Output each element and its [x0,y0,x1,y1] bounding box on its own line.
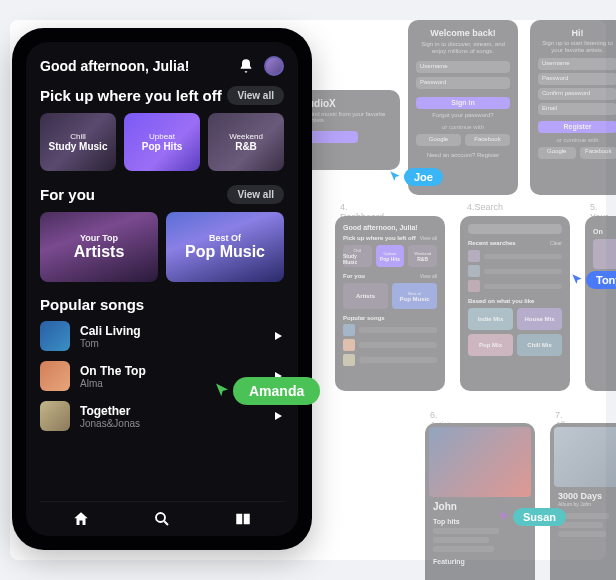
play-icon[interactable] [272,330,284,342]
library-icon[interactable] [234,510,252,528]
bg-app-name: udioX [308,98,392,109]
song-row[interactable]: Cali LivingTom [40,321,284,351]
song-row[interactable]: TogetherJonas&Jonas [40,401,284,431]
card-best-pop[interactable]: Best OfPop Music [166,212,284,282]
phone-mockup: Good afternoon, Julia! Pick up where you… [12,28,312,550]
avatar[interactable] [264,56,284,76]
foryou-title: For you [40,186,95,203]
cursor-susan: Susan [497,508,566,526]
popular-title: Popular songs [40,296,284,313]
card-weekend-rb[interactable]: WeekendR&B [208,113,284,171]
resume-title: Pick up where you left off [40,87,222,104]
svg-point-2 [156,513,165,522]
bell-icon[interactable] [238,58,254,74]
search-icon[interactable] [153,510,171,528]
play-icon[interactable] [272,410,284,422]
foryou-viewall[interactable]: View all [227,185,284,204]
app-screen: Good afternoon, Julia! Pick up where you… [26,42,298,536]
song-artwork [40,321,70,351]
song-artwork [40,361,70,391]
card-upbeat-pop[interactable]: UpbeatPop Hits [124,113,200,171]
bg-welcome-title: Welcome back! [416,28,510,38]
card-top-artists[interactable]: Your TopArtists [40,212,158,282]
card-chill-study[interactable]: ChillStudy Music [40,113,116,171]
bg-get-started [308,131,358,143]
resume-viewall[interactable]: View all [227,86,284,105]
cursor-amanda: Amanda [213,377,320,405]
home-icon[interactable] [72,510,90,528]
song-artwork [40,401,70,431]
greeting: Good afternoon, Julia! [40,58,189,74]
cursor-joe: Joe [388,168,443,186]
cursor-tony: Tony [570,271,616,289]
